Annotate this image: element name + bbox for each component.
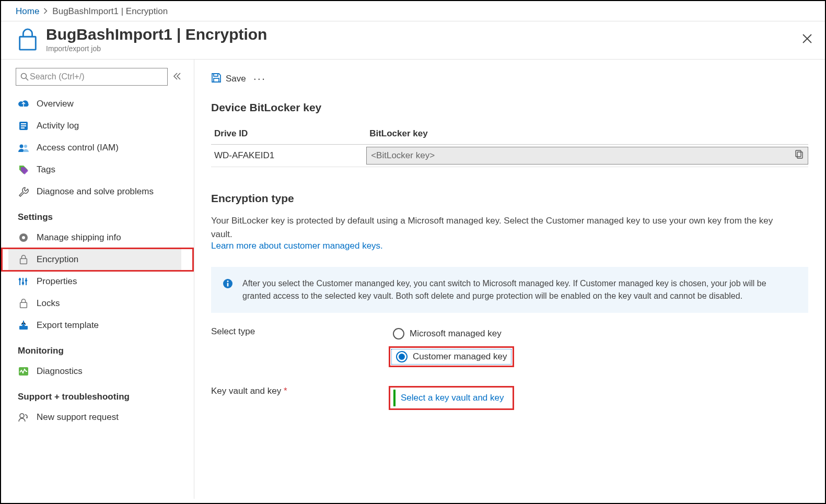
- sidebar-item-label: Properties: [37, 276, 77, 287]
- svg-point-8: [24, 145, 27, 148]
- key-vault-selector[interactable]: Select a key vault and key: [393, 390, 509, 406]
- svg-rect-5: [21, 125, 26, 126]
- page-title: BugBashImport1 | Encryption: [46, 26, 267, 43]
- sidebar-item-label: Export template: [37, 320, 99, 331]
- sidebar-item-label: Encryption: [37, 254, 78, 265]
- section-title-encryption-type: Encryption type: [211, 192, 808, 205]
- sliders-icon: [18, 276, 29, 287]
- radio-microsoft-managed[interactable]: Microsoft managed key: [389, 326, 514, 341]
- svg-point-10: [22, 236, 25, 239]
- toolbar: Save ···: [211, 72, 808, 86]
- wrench-icon: [18, 186, 29, 197]
- section-title-bitlocker: Device BitLocker key: [211, 101, 808, 114]
- search-input[interactable]: [16, 68, 168, 86]
- radio-customer-managed[interactable]: Customer managed key: [391, 349, 511, 365]
- sidebar-item-label: Manage shipping info: [37, 232, 121, 243]
- svg-rect-23: [214, 78, 219, 82]
- sidebar-item-locks[interactable]: Locks: [16, 292, 181, 314]
- highlight-box: Customer managed key: [389, 346, 514, 367]
- bitlocker-table: Drive ID BitLocker key WD-AFAKEID1 <BitL…: [211, 123, 808, 167]
- cloud-icon: [18, 98, 29, 110]
- radio-label: Customer managed key: [413, 351, 507, 362]
- select-key-vault-link[interactable]: Select a key vault and key: [401, 393, 504, 403]
- svg-point-27: [227, 280, 229, 282]
- svg-rect-28: [227, 283, 229, 287]
- sidebar-item-new-support-request[interactable]: New support request: [16, 406, 181, 428]
- tags-icon: [18, 164, 29, 175]
- chevron-right-icon: [43, 7, 48, 16]
- diagnostics-icon: [18, 366, 29, 377]
- sidebar-item-diagnostics[interactable]: Diagnostics: [16, 360, 181, 382]
- sidebar-item-overview[interactable]: Overview: [16, 93, 181, 115]
- svg-point-7: [20, 145, 24, 148]
- sidebar-item-label: Access control (IAM): [37, 143, 119, 153]
- radio-icon: [396, 351, 408, 362]
- sidebar-item-label: Tags: [37, 165, 55, 175]
- lock-icon: [18, 298, 29, 309]
- sidebar-item-encryption[interactable]: Encryption: [8, 249, 181, 271]
- sidebar-item-label: Overview: [37, 99, 74, 109]
- sidebar-item-label: Activity log: [37, 121, 79, 131]
- sidebar-item-label: Diagnose and solve problems: [37, 186, 154, 197]
- label-key-vault: Key vault and key *: [211, 386, 389, 396]
- export-icon: [18, 320, 29, 331]
- collapse-sidebar-icon[interactable]: [173, 72, 181, 83]
- col-bitlocker-key: BitLocker key: [366, 123, 808, 145]
- sidebar-item-access-control[interactable]: Access control (IAM): [16, 137, 181, 159]
- sidebar-item-label: Locks: [37, 298, 60, 309]
- info-icon: [223, 278, 234, 302]
- gear-icon: [18, 232, 29, 243]
- more-menu-icon[interactable]: ···: [253, 72, 266, 86]
- support-icon: [18, 412, 29, 423]
- svg-rect-25: [796, 150, 801, 157]
- svg-point-17: [25, 279, 28, 282]
- lock-icon: [18, 254, 29, 265]
- save-button[interactable]: Save: [211, 73, 246, 86]
- svg-point-21: [20, 414, 24, 418]
- main-content: Save ··· Device BitLocker key Drive ID B…: [194, 60, 825, 499]
- svg-point-15: [19, 278, 21, 281]
- radio-label: Microsoft managed key: [410, 329, 502, 339]
- required-star: *: [284, 386, 287, 396]
- breadcrumb-home[interactable]: Home: [16, 6, 39, 17]
- sidebar: Overview Activity log Access control (IA…: [1, 60, 194, 499]
- info-text: After you select the Customer mananged k…: [242, 277, 797, 302]
- sidebar-item-tags[interactable]: Tags: [16, 159, 181, 181]
- svg-rect-18: [20, 302, 27, 308]
- sidebar-group-settings: Settings: [16, 203, 181, 227]
- search-icon: [20, 73, 29, 81]
- people-icon: [18, 142, 29, 154]
- svg-rect-24: [797, 152, 802, 158]
- info-banner: After you select the Customer mananged k…: [211, 267, 808, 313]
- sidebar-item-activity-log[interactable]: Activity log: [16, 115, 181, 137]
- copy-icon[interactable]: [795, 150, 804, 162]
- bitlocker-key-value: <BitLocker key>: [371, 150, 435, 161]
- breadcrumb-current: BugBashImport1 | Encryption: [52, 6, 168, 17]
- encryption-type-description: Your BitLocker key is protected by defau…: [211, 214, 786, 241]
- lock-icon: [16, 27, 40, 51]
- close-icon[interactable]: [802, 31, 812, 48]
- sidebar-item-manage-shipping[interactable]: Manage shipping info: [16, 227, 181, 249]
- svg-rect-11: [20, 259, 27, 264]
- svg-point-1: [21, 74, 27, 79]
- col-drive-id: Drive ID: [211, 123, 366, 145]
- svg-rect-4: [21, 123, 26, 124]
- sidebar-item-properties[interactable]: Properties: [16, 271, 181, 292]
- save-label: Save: [226, 74, 246, 84]
- svg-rect-6: [21, 127, 25, 128]
- svg-rect-22: [214, 74, 218, 76]
- learn-more-link[interactable]: Learn more about customer managed keys.: [211, 241, 383, 251]
- radio-icon: [393, 328, 404, 339]
- table-row: WD-AFAKEID1 <BitLocker key>: [211, 145, 808, 167]
- sidebar-group-support: Support + troubleshooting: [16, 382, 181, 406]
- log-icon: [18, 120, 29, 132]
- page-header: BugBashImport1 | Encryption Import/expor…: [1, 21, 825, 59]
- sidebar-group-monitoring: Monitoring: [16, 336, 181, 360]
- sidebar-item-diagnose[interactable]: Diagnose and solve problems: [16, 181, 181, 203]
- search-field[interactable]: [29, 72, 163, 82]
- highlight-box: Select a key vault and key: [389, 386, 514, 410]
- svg-rect-0: [20, 37, 36, 50]
- sidebar-item-export-template[interactable]: Export template: [16, 314, 181, 336]
- page-subtitle: Import/export job: [46, 44, 267, 53]
- bitlocker-key-field[interactable]: <BitLocker key>: [366, 147, 808, 165]
